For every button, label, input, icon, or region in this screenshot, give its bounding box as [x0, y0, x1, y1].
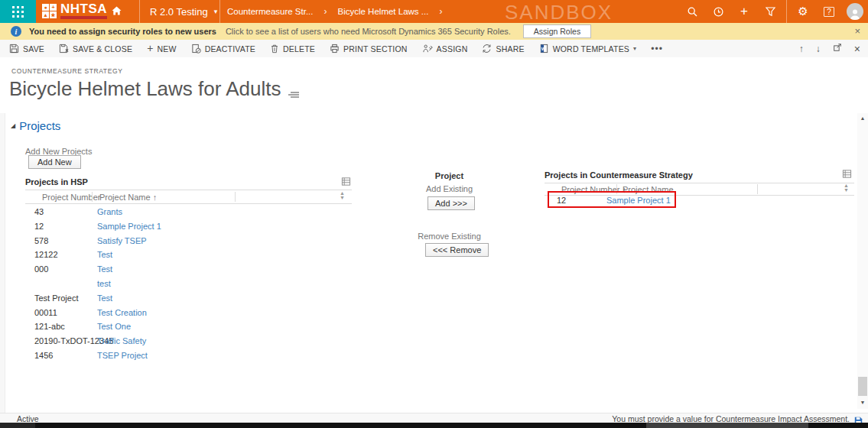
app-window: ●+▲★ NHTSA R 2.0 Testing ▾ Countermeasur… [0, 0, 868, 428]
project-name-link[interactable]: Test [97, 264, 112, 274]
save-close-icon [59, 44, 69, 54]
projects-in-hsp-title: Projects in HSP [25, 177, 88, 186]
recent-items-icon[interactable] [705, 0, 731, 23]
print-section-button[interactable]: PRINT SECTION [330, 44, 408, 54]
person-icon [849, 8, 861, 20]
projects-section-header[interactable]: ◢ Projects [11, 119, 60, 132]
table-row[interactable]: 00011 Test Creation [25, 306, 352, 320]
table-row[interactable]: 1456 TSEP Project [25, 349, 352, 363]
table-row[interactable]: 12122 Test [25, 248, 352, 262]
delete-button[interactable]: DELETE [270, 44, 315, 54]
breadcrumb-record[interactable]: Bicycle Helmet Laws ... [338, 7, 429, 16]
project-name-link[interactable]: Sample Project 1 [97, 222, 161, 231]
grid-border [545, 183, 854, 183]
svg-text:W: W [541, 47, 545, 51]
table-row[interactable]: 12 Sample Project 1 [545, 193, 854, 208]
project-number-cell: 121-abc [34, 322, 65, 331]
project-number-cell: 12 [34, 222, 44, 231]
nav-divider [219, 0, 220, 23]
bottom-edge-strip [0, 423, 868, 428]
add-existing-label: Add Existing [413, 184, 486, 193]
project-name-link[interactable]: Grants [97, 207, 122, 216]
quick-create-plus-icon[interactable]: + [731, 0, 757, 23]
nhtsa-logo[interactable]: ●+▲★ NHTSA [42, 2, 122, 19]
project-name-link[interactable]: TSEP Project [97, 351, 148, 360]
grid-view-icon[interactable] [341, 176, 351, 190]
project-name-link[interactable]: Test [97, 293, 112, 303]
grid-view-icon[interactable] [842, 168, 852, 182]
grid-page-spinner[interactable]: ▲ ▼ [340, 191, 345, 200]
project-name-link[interactable]: Test Creation [97, 308, 147, 317]
close-icon[interactable]: × [854, 25, 860, 37]
home-icon[interactable] [111, 5, 122, 16]
project-name-link[interactable]: Satisfy TSEP [97, 236, 147, 245]
project-name-link[interactable]: test [97, 279, 111, 288]
spinner-down-icon[interactable]: ▼ [844, 188, 849, 193]
sandbox-watermark: SANDBOX [505, 1, 613, 24]
table-row[interactable]: 000 Test [25, 262, 352, 277]
trash-icon [270, 44, 279, 54]
new-button[interactable]: + NEW [147, 44, 177, 54]
close-form-icon[interactable]: × [854, 43, 860, 55]
previous-record-arrow-icon[interactable]: ↑ [799, 44, 804, 54]
user-avatar[interactable] [842, 0, 868, 23]
record-set-toggle-icon[interactable] [288, 80, 299, 104]
project-name-link[interactable]: Test [97, 250, 112, 259]
share-button[interactable]: SHARE [482, 44, 524, 54]
scroll-down-icon[interactable]: ▼ [857, 400, 868, 405]
project-number-cell: 1456 [34, 351, 53, 360]
project-name-link[interactable]: Sample Project 1 [606, 196, 671, 205]
help-icon[interactable]: ? [816, 0, 842, 23]
assign-roles-button[interactable]: Assign Roles [523, 24, 591, 38]
deactivate-button[interactable]: DEACTIVATE [191, 44, 255, 54]
remove-existing-button[interactable]: <<< Remove [425, 243, 489, 257]
column-header-project-name[interactable]: Project Name ↑ [99, 193, 157, 202]
project-number-cell: Test Project [34, 293, 78, 303]
gear-icon[interactable]: ⚙ [790, 0, 816, 23]
more-commands-ellipsis[interactable]: ••• [651, 44, 663, 54]
table-row[interactable]: 121-abc Test One [25, 319, 352, 334]
table-row[interactable]: 43 Grants [25, 205, 352, 219]
save-icon [9, 44, 19, 54]
word-templates-button[interactable]: W WORD TEMPLATES ▾ [539, 44, 637, 54]
grid-border [25, 190, 352, 190]
table-row[interactable]: 578 Satisfy TSEP [25, 234, 352, 248]
add-existing-button[interactable]: Add >>> [427, 196, 475, 210]
app-launcher-waffle-icon[interactable] [0, 0, 36, 23]
project-name-link[interactable]: Test One [97, 322, 131, 331]
save-button[interactable]: SAVE [9, 44, 44, 54]
table-row[interactable]: 12 Sample Project 1 [25, 219, 352, 234]
table-row[interactable]: 20190-TxDOT-12345 Traffic Safety [25, 334, 352, 349]
save-and-close-button[interactable]: SAVE & CLOSE [59, 44, 132, 54]
search-icon[interactable] [679, 0, 705, 23]
project-number-cell: 12 [557, 196, 566, 205]
add-new-button[interactable]: Add New [28, 155, 81, 169]
scroll-up-icon[interactable]: ▲ [857, 115, 868, 121]
org-switcher[interactable]: R 2.0 Testing ▾ [150, 0, 217, 23]
projects-in-strategy-rows: 12 Sample Project 1 [545, 193, 854, 208]
record-navigation-controls: ↑ ↓ × [799, 40, 860, 57]
popout-icon[interactable] [833, 43, 842, 54]
filter-funnel-icon[interactable] [757, 0, 783, 23]
printer-icon [330, 44, 340, 54]
scrollbar-thumb[interactable] [858, 377, 867, 396]
table-row[interactable]: Test Project Test [25, 291, 352, 306]
notification-text[interactable]: Click to see a list of users who need Mi… [226, 27, 511, 36]
grid-border [25, 203, 352, 204]
bottom-strip-segment [0, 423, 35, 428]
notification-title: You need to assign security roles to new… [29, 27, 216, 36]
section-title: Projects [19, 119, 60, 132]
nav-icon-group: + ⚙ ? [679, 0, 868, 23]
spinner-down-icon[interactable]: ▼ [340, 196, 345, 200]
share-icon [482, 44, 492, 54]
assign-button[interactable]: ASSIGN [422, 44, 468, 54]
project-name-link[interactable]: Traffic Safety [97, 336, 146, 345]
next-record-arrow-icon[interactable]: ↓ [816, 44, 821, 54]
form-left-gutter [0, 113, 5, 413]
vertical-scrollbar[interactable]: ▲ ▼ [857, 113, 868, 409]
command-bar: SAVE SAVE & CLOSE + NEW DEACTIVATE DELET… [0, 40, 868, 57]
breadcrumb-countermeasure[interactable]: Countermeasure Str... [227, 7, 314, 16]
table-row[interactable]: test [25, 277, 352, 291]
grid-page-spinner[interactable]: ▲ ▼ [844, 183, 849, 193]
chevron-down-icon: ▾ [214, 8, 218, 15]
